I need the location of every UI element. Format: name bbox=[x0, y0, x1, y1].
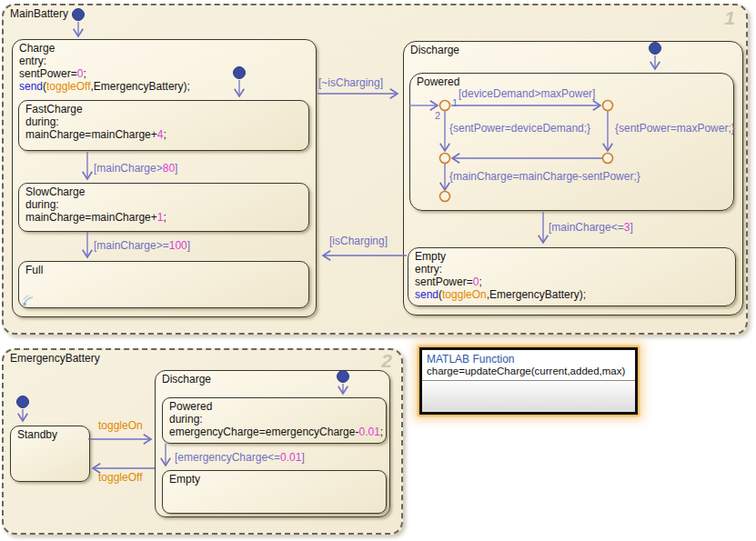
state-charge-title: Charge bbox=[19, 42, 190, 55]
state-fastcharge-during-keyword: during: bbox=[25, 115, 166, 128]
state-em-powered[interactable]: Powered during: emergencyCharge=emergenc… bbox=[162, 397, 387, 444]
content-preview-icon bbox=[21, 292, 41, 306]
state-discharge-title: Discharge bbox=[410, 44, 459, 56]
state-empty-title: Empty bbox=[415, 250, 586, 263]
state-em-empty[interactable]: Empty bbox=[162, 470, 387, 514]
state-empty-main[interactable]: Empty entry: sentPower=0; send(toggleOn,… bbox=[408, 247, 736, 306]
state-mainbattery-title: MainBattery bbox=[10, 7, 68, 20]
transition-label-toggleon[interactable]: toggleOn bbox=[98, 419, 143, 432]
transition-label-maincharge-100[interactable]: [mainCharge>=100] bbox=[94, 239, 190, 252]
transition-label-toggleoff[interactable]: toggleOff bbox=[98, 471, 142, 484]
state-em-powered-during-keyword: during: bbox=[169, 413, 383, 426]
state-empty-action-2: send(toggleOn,EmergencyBattery); bbox=[415, 288, 586, 301]
transition-label-ischarging[interactable]: [isCharging] bbox=[329, 235, 388, 247]
state-em-discharge-title: Discharge bbox=[162, 373, 211, 386]
transition-order-1: 1 bbox=[452, 97, 458, 108]
matlab-function-label: MATLAB Function bbox=[427, 353, 514, 366]
state-charge-action-1: sentPower=0; bbox=[19, 67, 190, 80]
matlab-function-block[interactable]: MATLAB Function charge=updateCharge(curr… bbox=[419, 347, 638, 415]
state-charge-action-2: send(toggleOff,EmergencyBattery); bbox=[19, 80, 190, 93]
state-standby-title: Standby bbox=[17, 428, 57, 441]
state-standby[interactable]: Standby bbox=[10, 426, 90, 482]
state-slowcharge-title: SlowCharge bbox=[25, 185, 166, 198]
state-powered-title: Powered bbox=[417, 75, 459, 88]
state-fastcharge-action: mainCharge=mainCharge+4; bbox=[25, 128, 166, 141]
matlab-function-body bbox=[422, 381, 635, 412]
matlab-function-signature: charge=updateCharge(current,added,max) bbox=[427, 366, 625, 376]
state-slowcharge-action: mainCharge=mainCharge+1; bbox=[25, 211, 166, 224]
state-full-title: Full bbox=[25, 264, 43, 276]
transition-label-maincharge-80[interactable]: [mainCharge>80] bbox=[94, 162, 177, 175]
state-em-powered-action: emergencyCharge=emergencyCharge-0.01; bbox=[169, 426, 383, 438]
state-slowcharge-during-keyword: during: bbox=[25, 198, 166, 211]
state-order-watermark-2: 2 bbox=[381, 350, 392, 372]
state-charge-entry-keyword: entry: bbox=[19, 55, 190, 67]
state-fastcharge[interactable]: FastCharge during: mainCharge=mainCharge… bbox=[18, 100, 309, 151]
state-empty-action-1: sentPower=0; bbox=[415, 276, 586, 288]
transition-label-emergencycharge[interactable]: [emergencyCharge<=0.01] bbox=[175, 451, 305, 464]
state-em-powered-title: Powered bbox=[169, 400, 383, 413]
state-slowcharge[interactable]: SlowCharge during: mainCharge=mainCharge… bbox=[18, 183, 309, 232]
transition-label-maincharge-3[interactable]: [mainCharge<=3] bbox=[549, 221, 633, 234]
state-emergencybattery-title: EmergencyBattery bbox=[10, 352, 100, 365]
transition-label-device-demand[interactable]: [deviceDemand>maxPower] bbox=[459, 87, 595, 100]
stateflow-canvas: MainBattery 1 Charge entry: sentPower=0;… bbox=[0, 0, 756, 541]
transition-label-sent-demand[interactable]: {sentPower=deviceDemand;} bbox=[449, 122, 590, 135]
state-full[interactable]: Full bbox=[18, 261, 309, 308]
transition-label-sent-max[interactable]: {sentPower=maxPower;} bbox=[615, 122, 735, 135]
transition-order-2: 2 bbox=[435, 110, 440, 121]
transition-label-not-ischarging[interactable]: [~isCharging] bbox=[318, 76, 383, 89]
state-em-empty-title: Empty bbox=[169, 473, 200, 486]
state-fastcharge-title: FastCharge bbox=[25, 103, 166, 115]
state-order-watermark-1: 1 bbox=[724, 7, 735, 29]
transition-label-update-charge[interactable]: {mainCharge=mainCharge-sentPower;} bbox=[449, 170, 640, 183]
state-empty-entry-keyword: entry: bbox=[415, 263, 586, 276]
